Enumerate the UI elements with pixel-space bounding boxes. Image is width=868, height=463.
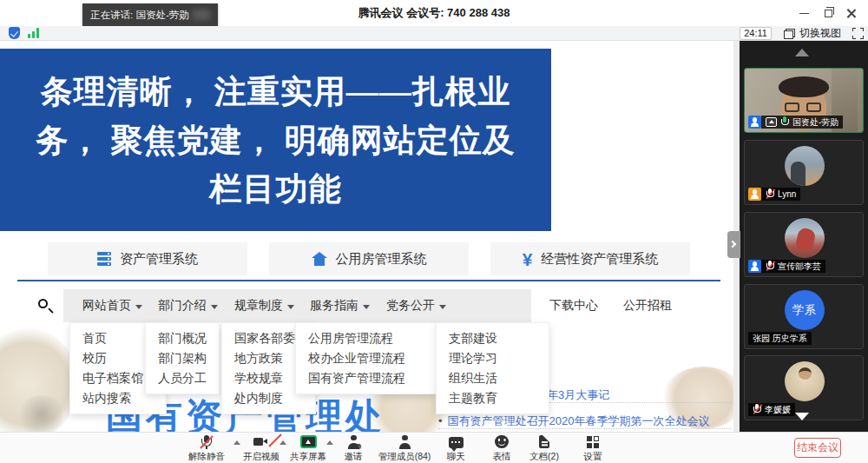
avatar bbox=[785, 218, 825, 258]
meeting-timer: 24:11 bbox=[740, 27, 772, 40]
participant-name: Lynn bbox=[778, 189, 796, 199]
nav-item-public-leasing[interactable]: 公开招租 bbox=[623, 289, 672, 322]
chat-button[interactable]: 聊天 bbox=[435, 434, 477, 463]
start-video-button[interactable]: 开启视频 bbox=[235, 434, 287, 463]
shared-screen: 条理清晰， 注重实用——扎根业务， 聚焦党建， 明确网站定位及栏目功能 资产管理… bbox=[0, 41, 733, 432]
public-housing-system-button[interactable]: 公用房管理系统 bbox=[269, 242, 469, 275]
network-signal-icon[interactable] bbox=[28, 28, 42, 38]
emoji-button[interactable]: 表情 bbox=[481, 434, 523, 463]
switch-view-label: 切换视图 bbox=[799, 26, 841, 41]
switch-view-icon bbox=[784, 29, 795, 39]
participant-name: 国资处-劳勋 bbox=[792, 116, 838, 129]
chat-icon bbox=[449, 437, 464, 448]
invite-button[interactable]: + 邀请 bbox=[332, 434, 374, 463]
participant-name: 张园 历史学系 bbox=[753, 333, 807, 345]
menu-item[interactable]: 组织生活 bbox=[437, 368, 549, 388]
chevron-down-icon bbox=[287, 305, 294, 309]
close-button[interactable] bbox=[838, 0, 863, 26]
participants-sidebar: 国资处-劳勋 Lynn 宣传部李芸 bbox=[740, 41, 868, 432]
mic-muted-icon bbox=[200, 435, 214, 449]
mic-on-icon bbox=[780, 116, 789, 128]
minimize-icon bbox=[799, 13, 809, 14]
commercial-asset-system-button[interactable]: ¥ 经营性资产管理系统 bbox=[490, 242, 690, 275]
unmute-button[interactable]: 解除静音 bbox=[181, 434, 233, 463]
video-tile[interactable]: 李媛媛 bbox=[744, 355, 864, 420]
menu-item[interactable]: 人员分工 bbox=[146, 368, 219, 388]
speaking-tooltip-text: 正在讲话: 国资处-劳勋 bbox=[90, 9, 189, 22]
system-button-label: 经营性资产管理系统 bbox=[541, 251, 658, 268]
participant-name-tag: 宣传部李芸 bbox=[761, 260, 825, 273]
menu-item[interactable]: 部门概况 bbox=[146, 328, 219, 348]
maximize-button[interactable] bbox=[816, 0, 840, 26]
nav-label: 下载中心 bbox=[549, 298, 598, 314]
menu-item[interactable]: 公用房管理流程 bbox=[296, 328, 437, 348]
blurred-text bbox=[193, 10, 210, 20]
members-icon bbox=[398, 435, 411, 449]
tool-label: 开启视频 bbox=[243, 451, 279, 463]
scroll-down-arrow[interactable] bbox=[795, 413, 809, 420]
flower-photo-fragment bbox=[16, 395, 68, 432]
menu-item[interactable]: 支部建设 bbox=[437, 328, 549, 348]
site-navbar: 网站首页 部门介绍 规章制度 服务指南 党务公开 下载中心 公开招租 bbox=[0, 289, 733, 322]
nav-label: 公开招租 bbox=[623, 298, 672, 314]
security-shield-icon[interactable] bbox=[9, 27, 20, 39]
meeting-control-bar: 24:11 切换视图 bbox=[0, 26, 868, 41]
news-link[interactable]: •国有资产管理处召开2020年春季学期第一次全处会议 bbox=[438, 413, 709, 429]
documents-button[interactable]: 文档(2) bbox=[522, 434, 567, 463]
nav-divider-line bbox=[17, 280, 720, 281]
sidebar-collapse-handle[interactable] bbox=[727, 231, 740, 258]
nav-item-service-guide[interactable]: 服务指南 bbox=[310, 289, 370, 322]
nav-label: 党务公开 bbox=[386, 298, 435, 314]
settings-icon bbox=[587, 436, 599, 448]
nav-item-download-center[interactable]: 下载中心 bbox=[549, 289, 598, 322]
news-divider bbox=[549, 402, 732, 403]
video-tile-active-speaker[interactable]: 国资处-劳勋 bbox=[744, 68, 864, 133]
nav-item-party-affairs[interactable]: 党务公开 bbox=[386, 289, 446, 322]
nav-label: 服务指南 bbox=[310, 298, 358, 314]
asset-system-button[interactable]: 资产管理系统 bbox=[48, 242, 247, 275]
chevron-right-icon bbox=[729, 241, 736, 248]
participant-name-tag: 李媛媛 bbox=[748, 403, 795, 416]
menu-item[interactable]: 校办企业管理流程 bbox=[296, 348, 437, 368]
video-tile[interactable]: 学系 张园 历史学系 bbox=[744, 284, 864, 349]
tool-label: 表情 bbox=[493, 451, 511, 463]
switch-view-button[interactable]: 切换视图 bbox=[784, 26, 841, 41]
dropdown-party-affairs: 支部建设 理论学习 组织生活 主题教育 bbox=[436, 322, 549, 414]
settings-button[interactable]: 设置 bbox=[572, 434, 614, 463]
end-meeting-button[interactable]: 结束会议 bbox=[794, 438, 841, 458]
menu-item[interactable]: 部门架构 bbox=[146, 348, 219, 368]
share-screen-button[interactable]: 共享屏幕 bbox=[284, 434, 332, 463]
close-icon bbox=[846, 9, 856, 18]
menu-item[interactable]: 主题教育 bbox=[437, 388, 549, 408]
nav-label: 部门介绍 bbox=[158, 298, 207, 314]
chevron-down-icon bbox=[363, 305, 370, 309]
fullscreen-button[interactable] bbox=[852, 28, 864, 39]
news-link[interactable]: 年3月大事记 bbox=[547, 387, 609, 403]
screen-sharing-icon bbox=[766, 117, 777, 127]
nav-item-home[interactable]: 网站首页 bbox=[82, 289, 142, 322]
chevron-down-icon bbox=[211, 305, 218, 309]
nav-label: 网站首页 bbox=[82, 298, 131, 314]
manage-members-button[interactable]: 管理成员(84) bbox=[370, 434, 439, 463]
news-link-text: 国有资产管理处召开2020年春季学期第一次全处会议 bbox=[448, 414, 710, 427]
chevron-down-icon bbox=[135, 305, 142, 309]
nav-item-department[interactable]: 部门介绍 bbox=[158, 289, 218, 322]
menu-item[interactable]: 国有资产管理流程 bbox=[296, 368, 437, 388]
bullet: • bbox=[438, 414, 443, 427]
scroll-up-arrow[interactable] bbox=[795, 49, 809, 56]
nav-item-regulations[interactable]: 规章制度 bbox=[234, 289, 294, 322]
participant-name-tag: 国资处-劳勋 bbox=[761, 116, 843, 129]
server-icon bbox=[97, 252, 111, 266]
video-tile[interactable]: 宣传部李芸 bbox=[744, 212, 864, 277]
avatar bbox=[785, 146, 825, 186]
tencent-meeting-window: 腾讯会议 会议号: 740 288 438 正在讲话: 国资处-劳勋 24:11… bbox=[0, 0, 868, 463]
minimize-button[interactable] bbox=[792, 0, 816, 26]
tool-label: 共享屏幕 bbox=[290, 451, 326, 463]
participant-name-tag: 张园 历史学系 bbox=[748, 332, 812, 345]
system-button-label: 公用房管理系统 bbox=[336, 251, 427, 268]
chevron-down-icon bbox=[439, 305, 446, 309]
screen-share-icon bbox=[300, 435, 317, 448]
participant-name: 李媛媛 bbox=[765, 404, 791, 416]
video-tile[interactable]: Lynn bbox=[744, 140, 864, 205]
menu-item[interactable]: 理论学习 bbox=[437, 348, 549, 368]
